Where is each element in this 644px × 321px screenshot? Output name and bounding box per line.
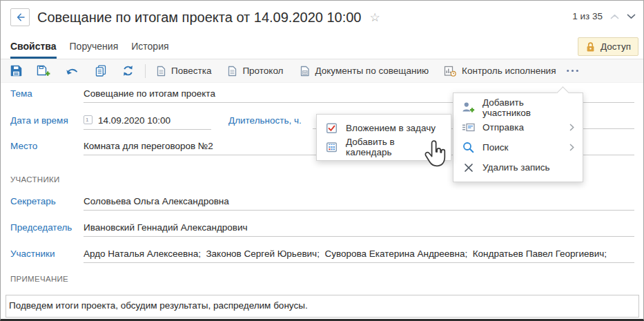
participants-section-heading: УЧАСТНИКИ (10, 175, 60, 184)
chevron-up-icon (610, 14, 619, 19)
tab-properties[interactable]: Свойства (10, 34, 57, 59)
record-counter: 1 из 35 (572, 11, 603, 21)
menu-item-attach-to-task-label: Вложением в задачу (346, 123, 436, 133)
save-icon (10, 65, 22, 77)
duration-label: Длительность, ч. (228, 115, 302, 126)
execution-control-button[interactable]: Контроль исполнения (444, 66, 556, 77)
members-label: Участники (10, 248, 84, 260)
previous-record-button[interactable] (610, 14, 619, 19)
refresh-icon (122, 65, 134, 77)
undo-icon (66, 66, 79, 75)
search-icon (462, 142, 475, 153)
topic-label: Тема (10, 88, 84, 99)
back-button[interactable] (10, 8, 30, 26)
datetime-label: Дата и время (10, 115, 84, 126)
meeting-card-window: Совещание по итогам проекта от 14.09.202… (0, 0, 644, 321)
save-plus-icon (37, 65, 50, 77)
record-pager: 1 из 35 (572, 11, 636, 21)
menu-item-send-label: Отправка (482, 122, 524, 133)
header: Совещание по итогам проекта от 14.09.202… (1, 1, 643, 34)
menu-item-send[interactable]: Отправка (453, 117, 583, 137)
chairman-input[interactable]: Ивановский Геннадий Александрович (84, 222, 634, 237)
meeting-documents-button[interactable]: Документы по совещанию (300, 66, 429, 77)
copy-button[interactable] (95, 65, 106, 77)
tab-bar: Свойства Поручения История (1, 34, 643, 59)
tab-assignments-label: Поручения (70, 41, 119, 52)
secretary-input[interactable]: Соловьева Ольга Александровна (84, 195, 634, 211)
secretary-label: Секретарь (10, 195, 84, 207)
add-to-calendar-menu: Вложением в задачу Добавить в календарь (316, 114, 451, 161)
agenda-button-label: Повестка (171, 66, 211, 76)
menu-item-delete-record-label: Удалить запись (482, 162, 550, 173)
chairman-field-row: Председатель Ивановский Геннадий Алексан… (10, 222, 634, 237)
toolbar: Повестка Протокол Документы по совещанию (1, 59, 643, 83)
document-icon (228, 66, 237, 77)
access-button[interactable]: Доступ (578, 37, 638, 56)
protocol-button-label: Протокол (242, 66, 283, 76)
more-actions-menu: Добавить участников Отправка (453, 93, 583, 182)
back-arrow-icon (15, 12, 26, 22)
more-dots-icon (566, 69, 579, 72)
protocol-button[interactable]: Протокол (228, 66, 283, 77)
favorite-star-icon[interactable]: ☆ (369, 12, 380, 23)
copy-icon (95, 65, 106, 77)
secretary-field-row: Секретарь Соловьева Ольга Александровна (10, 195, 634, 211)
undo-button[interactable] (66, 66, 79, 75)
toolbar-separator (145, 64, 146, 78)
menu-item-attach-to-task[interactable]: Вложением в задачу (317, 118, 451, 137)
save-button[interactable] (10, 65, 22, 77)
datetime-value: 14.09.2020 10:00 (98, 115, 170, 126)
menu-item-delete-record[interactable]: Удалить запись (453, 157, 583, 177)
save-and-add-button[interactable] (37, 65, 50, 77)
tab-history[interactable]: История (131, 34, 168, 59)
access-button-label: Доступ (601, 41, 631, 52)
members-field-row: Участники Ардо Наталья Алексеевна; Закон… (10, 248, 634, 263)
person-add-icon (462, 101, 475, 113)
next-record-button[interactable] (627, 14, 636, 19)
page-title: Совещание по итогам проекта от 14.09.202… (37, 10, 361, 26)
date-picker-icon[interactable]: 1 (84, 115, 92, 124)
submenu-chevron-icon (569, 124, 574, 131)
tab-properties-label: Свойства (10, 41, 57, 52)
members-input[interactable]: Ардо Наталья Алексеевна; Законов Сергей … (84, 248, 634, 263)
chairman-label: Председатель (10, 222, 84, 233)
tab-assignments[interactable]: Поручения (70, 34, 119, 59)
document-calendar-icon (300, 66, 310, 77)
note-input[interactable]: Подведем итоги проекта, обсудим результа… (6, 295, 639, 318)
chart-clock-icon (444, 66, 456, 77)
delete-x-icon (462, 163, 475, 173)
document-icon (157, 66, 166, 77)
submenu-chevron-icon (569, 144, 574, 151)
execution-control-button-label: Контроль исполнения (462, 66, 556, 76)
datetime-input[interactable]: 1 14.09.2020 10:00 (84, 115, 211, 130)
more-actions-button[interactable] (566, 69, 579, 72)
menu-item-add-to-calendar[interactable]: Добавить в календарь (317, 137, 451, 157)
note-section-heading: ПРИМЕЧАНИЕ (10, 275, 68, 283)
menu-item-search[interactable]: Поиск (453, 137, 583, 157)
menu-item-add-participants-label: Добавить участников (482, 97, 574, 118)
agenda-button[interactable]: Повестка (157, 66, 211, 77)
menu-item-search-label: Поиск (482, 142, 508, 153)
active-tab-underline (10, 57, 57, 59)
refresh-button[interactable] (122, 65, 134, 77)
menu-item-add-participants[interactable]: Добавить участников (453, 97, 583, 117)
menu-item-add-to-calendar-label: Добавить в календарь (346, 137, 442, 157)
chevron-down-icon (627, 14, 636, 19)
meeting-documents-button-label: Документы по совещанию (315, 66, 429, 76)
place-label: Место (10, 140, 84, 152)
task-check-icon (325, 122, 338, 134)
lock-icon (585, 41, 596, 52)
calendar-icon (325, 142, 338, 153)
tab-history-label: История (131, 41, 168, 52)
send-card-icon (462, 123, 475, 132)
